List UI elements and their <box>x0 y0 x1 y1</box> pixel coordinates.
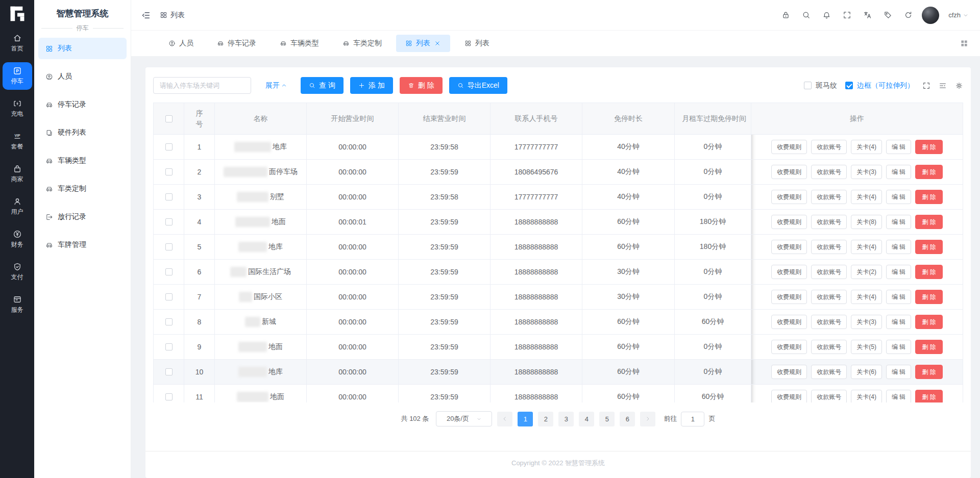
delete-button[interactable]: 删 除 <box>915 340 942 354</box>
edit-button[interactable]: 编 辑 <box>886 215 911 229</box>
delete-button[interactable]: 删 除 <box>915 290 942 304</box>
rail-item[interactable]: VIP 套餐 <box>3 128 32 155</box>
fullscreen-icon[interactable] <box>843 11 851 19</box>
toolbar-button[interactable]: 添 加 <box>350 77 393 94</box>
delete-button[interactable]: 删 除 <box>915 140 942 154</box>
tag-icon[interactable] <box>884 11 892 19</box>
edit-button[interactable]: 编 辑 <box>886 315 911 329</box>
page-button[interactable]: 5 <box>599 412 615 426</box>
gates-button[interactable]: 关卡(2) <box>851 265 882 279</box>
fee-rules-button[interactable]: 收费规则 <box>771 290 807 304</box>
gates-button[interactable]: 关卡(4) <box>851 240 882 254</box>
delete-button[interactable]: 删 除 <box>915 215 942 229</box>
sidebar-item[interactable]: 车类定制 <box>38 178 127 199</box>
row-checkbox[interactable] <box>154 310 184 335</box>
border-checkbox[interactable]: 边框（可拉伸列） <box>845 81 914 90</box>
translate-icon[interactable] <box>863 11 872 19</box>
delete-button[interactable]: 删 除 <box>915 190 942 204</box>
gates-button[interactable]: 关卡(4) <box>851 190 882 204</box>
fee-rules-button[interactable]: 收费规则 <box>771 190 807 204</box>
gates-button[interactable]: 关卡(6) <box>851 365 882 379</box>
prev-page-button[interactable] <box>497 412 512 426</box>
page-size-select[interactable]: 20条/页 <box>436 411 492 426</box>
sidebar-item[interactable]: 车牌管理 <box>38 234 127 256</box>
sidebar-item[interactable]: 列表 <box>38 38 127 59</box>
user-menu[interactable]: cfzh <box>948 11 969 19</box>
payee-account-button[interactable]: 收款账号 <box>811 215 847 229</box>
gates-button[interactable]: 关卡(3) <box>851 315 882 329</box>
fee-rules-button[interactable]: 收费规则 <box>771 340 807 354</box>
search-input[interactable] <box>153 77 251 94</box>
edit-button[interactable]: 编 辑 <box>886 340 911 354</box>
tab[interactable]: 停车记录 <box>208 35 265 52</box>
delete-button[interactable]: 删 除 <box>915 365 942 379</box>
row-checkbox[interactable] <box>154 135 184 160</box>
payee-account-button[interactable]: 收款账号 <box>811 265 847 279</box>
payee-account-button[interactable]: 收款账号 <box>811 390 847 402</box>
payee-account-button[interactable]: 收款账号 <box>811 190 847 204</box>
lock-icon[interactable] <box>781 11 790 19</box>
sidebar-item[interactable]: 车辆类型 <box>38 150 127 171</box>
fee-rules-button[interactable]: 收费规则 <box>771 215 807 229</box>
tab[interactable]: 车类定制 <box>333 35 391 52</box>
tab[interactable]: 列表 <box>396 35 450 52</box>
gates-button[interactable]: 关卡(3) <box>851 165 882 179</box>
gates-button[interactable]: 关卡(5) <box>851 340 882 354</box>
tab[interactable]: 人员 <box>159 35 203 52</box>
row-checkbox[interactable] <box>154 160 184 185</box>
collapse-sidebar-icon[interactable] <box>141 11 151 20</box>
table-gear-icon[interactable] <box>955 82 963 90</box>
payee-account-button[interactable]: 收款账号 <box>811 140 847 154</box>
edit-button[interactable]: 编 辑 <box>886 140 911 154</box>
tab[interactable]: 车辆类型 <box>271 35 328 52</box>
page-button[interactable]: 4 <box>579 412 594 426</box>
table-fullscreen-icon[interactable] <box>922 82 930 90</box>
row-checkbox[interactable] <box>154 235 184 260</box>
gates-button[interactable]: 关卡(4) <box>851 390 882 402</box>
fee-rules-button[interactable]: 收费规则 <box>771 265 807 279</box>
edit-button[interactable]: 编 辑 <box>886 265 911 279</box>
zebra-checkbox[interactable]: 斑马纹 <box>804 81 837 90</box>
rail-item[interactable]: 首页 <box>3 30 32 57</box>
sidebar-item[interactable]: 硬件列表 <box>38 122 127 143</box>
row-checkbox[interactable] <box>154 185 184 210</box>
goto-page-input[interactable] <box>681 412 704 426</box>
delete-button[interactable]: 删 除 <box>915 315 942 329</box>
delete-button[interactable]: 删 除 <box>915 390 942 402</box>
rail-item[interactable]: 充电 <box>3 95 32 122</box>
toolbar-button[interactable]: 查 询 <box>301 77 344 94</box>
rail-item[interactable]: 商家 <box>3 160 32 188</box>
rail-item[interactable]: 用户 <box>3 193 32 220</box>
rail-item[interactable]: 服务 <box>3 291 32 318</box>
edit-button[interactable]: 编 辑 <box>886 290 911 304</box>
toolbar-button[interactable]: 删 除 <box>400 77 443 94</box>
expand-toggle[interactable]: 展开 <box>265 81 287 90</box>
gates-button[interactable]: 关卡(8) <box>851 215 882 229</box>
payee-account-button[interactable]: 收款账号 <box>811 165 847 179</box>
page-button[interactable]: 6 <box>620 412 635 426</box>
refresh-icon[interactable] <box>904 11 913 19</box>
fee-rules-button[interactable]: 收费规则 <box>771 165 807 179</box>
gates-button[interactable]: 关卡(4) <box>851 290 882 304</box>
next-page-button[interactable] <box>640 412 655 426</box>
row-checkbox[interactable] <box>154 385 184 402</box>
row-checkbox[interactable] <box>154 210 184 235</box>
bell-icon[interactable] <box>822 11 831 19</box>
rail-item[interactable]: P 停车 <box>3 62 32 90</box>
sidebar-item[interactable]: 人员 <box>38 66 127 87</box>
payee-account-button[interactable]: 收款账号 <box>811 290 847 304</box>
row-checkbox[interactable] <box>154 260 184 285</box>
tab[interactable]: 列表 <box>455 35 499 52</box>
payee-account-button[interactable]: 收款账号 <box>811 340 847 354</box>
column-settings-icon[interactable] <box>939 82 947 90</box>
payee-account-button[interactable]: 收款账号 <box>811 240 847 254</box>
sidebar-item[interactable]: 放行记录 <box>38 206 127 228</box>
edit-button[interactable]: 编 辑 <box>886 240 911 254</box>
page-button[interactable]: 2 <box>538 412 553 426</box>
sidebar-item[interactable]: 停车记录 <box>38 94 127 115</box>
row-checkbox[interactable] <box>154 360 184 385</box>
row-checkbox[interactable] <box>154 285 184 310</box>
fee-rules-button[interactable]: 收费规则 <box>771 390 807 402</box>
delete-button[interactable]: 删 除 <box>915 265 942 279</box>
fee-rules-button[interactable]: 收费规则 <box>771 140 807 154</box>
